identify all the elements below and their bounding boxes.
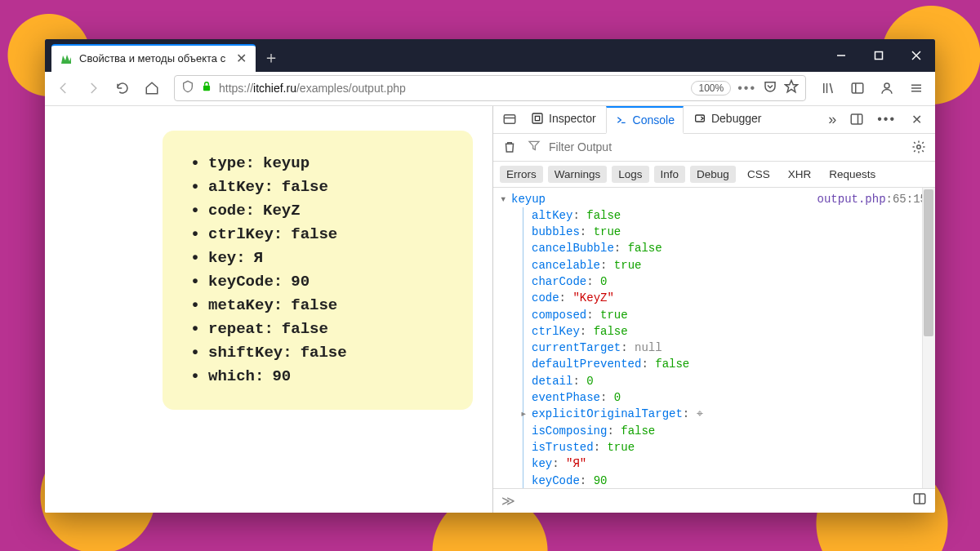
prompt-chevron-icon: ≫ [501, 493, 515, 509]
console-prop[interactable]: cancelable: true [532, 257, 935, 273]
console-prop[interactable]: isTrusted: true [532, 439, 935, 455]
console-prop[interactable]: bubbles: true [532, 224, 935, 240]
console-prompt[interactable]: ≫ [493, 488, 935, 513]
console-prop[interactable]: defaultPrevented: false [532, 356, 935, 372]
zoom-indicator[interactable]: 100% [691, 81, 731, 96]
svg-point-23 [917, 145, 921, 149]
card-prop: type: keyup [190, 152, 445, 176]
bookmark-star-icon[interactable] [784, 79, 799, 97]
close-button[interactable] [898, 39, 935, 72]
account-icon[interactable] [873, 74, 901, 102]
shield-icon[interactable] [181, 80, 194, 96]
console-prop[interactable]: ▸explicitOriginalTarget: ⌖ [532, 406, 935, 422]
console-prop[interactable]: currentTarget: null [532, 340, 935, 356]
console-prop[interactable]: detail: 0 [532, 373, 935, 389]
cat-requests[interactable]: Requests [822, 166, 882, 183]
devtools-close-icon[interactable]: ✕ [902, 105, 930, 133]
pocket-icon[interactable] [763, 79, 777, 97]
reload-button[interactable] [109, 74, 136, 102]
devtools-menu-icon[interactable]: ••• [877, 112, 896, 127]
cat-logs[interactable]: Logs [612, 166, 648, 183]
split-console-icon[interactable] [912, 491, 927, 509]
dock-side-icon[interactable] [843, 105, 871, 133]
nav-toolbar: https://itchief.ru/examples/output.php 1… [45, 72, 935, 106]
collapse-arrow-icon[interactable]: ▾ [500, 191, 511, 207]
url-host: itchief.ru [253, 82, 296, 95]
svg-rect-16 [532, 113, 542, 123]
svg-point-11 [884, 83, 889, 88]
tab-inspector[interactable]: Inspector [523, 105, 604, 133]
svg-line-8 [830, 83, 832, 93]
cat-errors[interactable]: Errors [500, 166, 543, 183]
back-button[interactable] [50, 74, 78, 102]
filter-input[interactable] [549, 140, 901, 153]
iframe-picker-icon[interactable] [498, 105, 521, 133]
page-viewport: type: keyupaltKey: falsecode: KeyZctrlKe… [45, 106, 492, 513]
devtools-tabs: Inspector Console Debugger » ••• ✕ [493, 106, 935, 134]
scrollbar-thumb[interactable] [924, 189, 933, 336]
console-prop[interactable]: code: "KeyZ" [532, 290, 935, 306]
console-prop[interactable]: isComposing: false [532, 423, 935, 439]
console-scrollbar[interactable] [922, 188, 935, 488]
url-text: https://itchief.ru/examples/output.php [219, 82, 684, 95]
titlebar: Свойства и методы объекта с ✕ ＋ [45, 39, 935, 72]
cat-debug[interactable]: Debug [690, 166, 736, 183]
maximize-button[interactable] [860, 39, 898, 72]
cat-css[interactable]: CSS [741, 166, 777, 183]
svg-rect-4 [203, 86, 210, 91]
console-prop[interactable]: composed: true [532, 307, 935, 323]
browser-tab[interactable]: Свойства и методы объекта с ✕ [51, 44, 256, 72]
favicon-icon [60, 52, 73, 65]
event-name: keyup [511, 191, 546, 207]
console-output: ▾ keyup output.php:65:15 altKey: falsebu… [493, 188, 935, 488]
svg-rect-1 [875, 51, 883, 59]
console-prop[interactable]: ctrlKey: false [532, 323, 935, 340]
filter-funnel-icon[interactable] [528, 139, 541, 155]
lock-icon[interactable] [201, 81, 212, 96]
window-controls [822, 39, 935, 72]
console-prop[interactable]: eventPhase: 0 [532, 389, 935, 406]
tab-console[interactable]: Console [606, 106, 684, 134]
console-filter-bar [493, 134, 935, 162]
log-header[interactable]: ▾ keyup output.php:65:15 [500, 191, 935, 207]
tab-title: Свойства и методы объекта с [79, 52, 228, 64]
console-prop[interactable]: altKey: false [532, 207, 935, 224]
url-path: /examples/output.php [296, 82, 406, 95]
forward-button[interactable] [79, 74, 107, 102]
console-prop[interactable]: keyCode: 90 [532, 473, 935, 488]
console-prop[interactable]: charCode: 0 [532, 273, 935, 290]
cat-info[interactable]: Info [654, 166, 686, 183]
browser-window: Свойства и методы объекта с ✕ ＋ https://… [45, 39, 935, 513]
card-prop: which: 90 [190, 365, 445, 389]
home-button[interactable] [138, 74, 166, 102]
console-prop[interactable]: key: "Я" [532, 455, 935, 472]
tab-close-icon[interactable]: ✕ [234, 52, 247, 65]
card-prop: ctrlKey: false [190, 223, 445, 247]
content-area: type: keyupaltKey: falsecode: KeyZctrlKe… [45, 106, 935, 513]
sidebar-icon[interactable] [844, 74, 871, 102]
console-categories: Errors Warnings Logs Info Debug CSS XHR … [493, 162, 935, 188]
cat-warnings[interactable]: Warnings [548, 166, 608, 183]
url-bar[interactable]: https://itchief.ru/examples/output.php 1… [174, 75, 806, 101]
menu-icon[interactable] [902, 74, 930, 102]
clear-console-icon[interactable] [500, 133, 519, 161]
card-prop: keyCode: 90 [190, 270, 445, 294]
devtools-panel: Inspector Console Debugger » ••• ✕ Error… [492, 106, 935, 513]
minimize-button[interactable] [822, 39, 860, 72]
card-prop: metaKey: false [190, 294, 445, 318]
library-icon[interactable] [814, 74, 842, 102]
svg-marker-22 [529, 141, 539, 149]
console-prop[interactable]: cancelBubble: false [532, 240, 935, 256]
svg-rect-9 [852, 83, 863, 93]
svg-rect-17 [535, 116, 539, 120]
page-actions-icon[interactable]: ••• [737, 81, 756, 96]
log-location[interactable]: output.php:65:15 [817, 191, 927, 207]
console-settings-icon[interactable] [909, 133, 929, 161]
event-card: type: keyupaltKey: falsecode: KeyZctrlKe… [163, 131, 473, 410]
card-prop: altKey: false [190, 176, 445, 199]
new-tab-button[interactable]: ＋ [259, 46, 283, 70]
console-scroll[interactable]: ▾ keyup output.php:65:15 altKey: falsebu… [493, 188, 935, 488]
devtools-overflow-icon[interactable]: » [828, 111, 836, 128]
tab-debugger[interactable]: Debugger [685, 105, 770, 133]
cat-xhr[interactable]: XHR [782, 166, 818, 183]
